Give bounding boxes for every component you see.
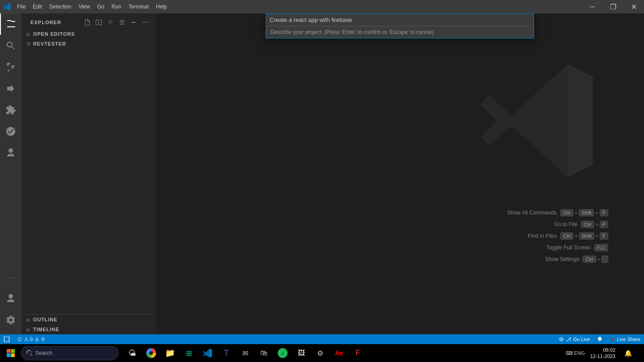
sidebar-title: EXPLORER — [30, 20, 61, 25]
key-p-2: P — [600, 221, 608, 228]
time-text: 08:02 — [603, 347, 615, 353]
status-liveshare[interactable]: Live Share — [606, 334, 644, 344]
revtester-section[interactable]: ▽ REVTESTER — [21, 39, 156, 49]
taskbar-icons: 🌤 📁 ⊞ T ✉ 🛍 ♪ — [123, 344, 367, 362]
taskbar-right: ⌨ ENG 08:02 12-11-2023 🔔 — [564, 344, 642, 362]
ellipsis-button[interactable]: ··· — [140, 17, 150, 27]
status-errors[interactable]: ⚠ 0 0 — [13, 334, 48, 344]
key-dot: . — [602, 256, 608, 263]
outline-title: OUTLINE — [33, 317, 57, 322]
taskbar-mail-icon[interactable]: ✉ — [236, 344, 254, 362]
title-bar: File Edit Selection View Go Run Terminal… — [0, 0, 644, 13]
vscode-watermark-logo — [474, 58, 599, 185]
taskbar-search-box[interactable]: Search — [21, 346, 119, 360]
minimize-button[interactable]: ─ — [582, 0, 603, 13]
menu-run[interactable]: Run — [108, 0, 125, 13]
warning-count: 0 — [42, 337, 44, 342]
key-f11: F11 — [594, 244, 608, 251]
taskbar-chrome-icon[interactable] — [142, 344, 160, 362]
outline-section[interactable]: ▷ OUTLINE — [21, 315, 156, 324]
find-in-files-keys: Ctrl + Shift + F — [560, 232, 608, 240]
taskbar-figma-icon[interactable]: F — [349, 344, 367, 362]
menu-file[interactable]: File — [13, 0, 29, 13]
taskbar-terminal-icon[interactable]: ⊞ — [180, 344, 198, 362]
activity-search[interactable] — [0, 35, 21, 56]
activity-extensions[interactable] — [0, 99, 21, 121]
key-plus-2: + — [595, 210, 598, 215]
taskbar-explorer-icon[interactable]: 📁 — [161, 344, 179, 362]
open-editors-title: OPEN EDITORS — [33, 31, 75, 37]
timeline-section[interactable]: ▷ TIMELINE — [21, 324, 156, 334]
taskbar-vscode-icon[interactable] — [199, 344, 216, 362]
tray-icons[interactable]: ⌨ ENG — [564, 344, 587, 362]
status-go-live[interactable]: ⎇ Go Live — [555, 334, 593, 344]
status-notification[interactable] — [593, 334, 606, 344]
new-folder-button[interactable] — [94, 17, 104, 27]
show-settings-label: Show Settings — [545, 256, 580, 262]
find-in-files-label: Find in Files — [528, 233, 557, 239]
status-bar: ⚠ 0 0 ⎇ Go Live Live Share — [0, 334, 644, 344]
new-file-button[interactable] — [82, 17, 92, 27]
key-shift-2: Shift — [579, 232, 594, 240]
activity-accounts[interactable] — [0, 288, 21, 309]
collapse-all-button[interactable] — [117, 17, 127, 27]
sidebar-actions: ··· — [82, 17, 150, 27]
timeline-title: TIMELINE — [33, 327, 59, 332]
svg-rect-4 — [11, 349, 15, 353]
taskbar: Search 🌤 📁 ⊞ T ✉ — [0, 344, 644, 362]
show-all-commands-keys: Ctrl + Shift + P — [560, 209, 608, 216]
taskbar-teams-icon[interactable]: T — [217, 344, 235, 362]
taskbar-adobe-icon[interactable]: Ae — [330, 344, 348, 362]
shortcut-show-settings: Show Settings Ctrl + . — [507, 256, 608, 263]
open-editors-chevron: ▷ — [25, 30, 32, 38]
key-plus-4: + — [575, 233, 577, 239]
taskbar-weather-icon[interactable]: 🌤 — [123, 344, 141, 362]
more-actions-button[interactable] — [129, 17, 139, 27]
system-time: 08:02 12-11-2023 — [590, 347, 615, 360]
key-plus-3: + — [595, 222, 598, 227]
menu-help[interactable]: Help — [153, 0, 171, 13]
status-right: ⎇ Go Live Live Share — [555, 334, 644, 344]
key-plus-6: + — [597, 257, 600, 262]
taskbar-spotify-icon[interactable]: ♪ — [274, 344, 292, 362]
start-button[interactable] — [2, 344, 20, 362]
menu-selection[interactable]: Selection — [46, 0, 75, 13]
activity-source-control[interactable] — [0, 56, 21, 78]
watermark-area: Show All Commands Ctrl + Shift + P Go to… — [156, 13, 644, 334]
svg-point-2 — [611, 338, 614, 341]
menu-bar: File Edit Selection View Go Run Terminal… — [13, 0, 170, 13]
svg-point-1 — [561, 339, 562, 340]
activity-explorer[interactable] — [0, 13, 21, 35]
go-to-file-label: Go to File — [554, 221, 577, 227]
svg-rect-6 — [11, 354, 15, 358]
taskbar-photos-icon[interactable]: 🖼 — [292, 344, 310, 362]
menu-edit[interactable]: Edit — [29, 0, 46, 13]
refresh-button[interactable] — [106, 17, 115, 27]
activity-settings[interactable] — [0, 309, 21, 331]
taskbar-settings-icon[interactable]: ⚙ — [311, 344, 329, 362]
project-description-overlay: Describe your project: (Press 'Enter' to… — [266, 13, 534, 38]
main-layout: ··· EXPLORER — [0, 13, 644, 334]
status-remote[interactable] — [0, 334, 13, 344]
shortcut-find-in-files: Find in Files Ctrl + Shift + F — [507, 232, 608, 240]
activity-run-debug[interactable] — [0, 78, 21, 99]
svg-rect-5 — [7, 354, 11, 358]
activity-gitlens[interactable] — [0, 142, 21, 164]
activity-remote-explorer[interactable] — [0, 121, 21, 142]
project-description-input[interactable] — [270, 16, 530, 24]
menu-view[interactable]: View — [75, 0, 93, 13]
close-button[interactable]: ✕ — [623, 0, 644, 13]
menu-go[interactable]: Go — [93, 0, 108, 13]
clock[interactable]: 08:02 12-11-2023 — [587, 344, 619, 362]
activity-more[interactable]: ··· — [0, 266, 21, 288]
menu-terminal[interactable]: Terminal — [125, 0, 152, 13]
key-p-1: P — [600, 209, 608, 216]
open-editors-section[interactable]: ▷ OPEN EDITORS — [21, 29, 156, 39]
maximize-button[interactable]: ❐ — [603, 0, 623, 13]
taskbar-store-icon[interactable]: 🛍 — [255, 344, 273, 362]
title-bar-left: File Edit Selection View Go Run Terminal… — [0, 0, 170, 13]
notification-center[interactable]: 🔔 — [619, 344, 637, 362]
shortcut-go-to-file: Go to File Ctrl + P — [507, 221, 608, 228]
show-desktop[interactable] — [637, 344, 642, 362]
revtester-title: REVTESTER — [33, 41, 66, 46]
